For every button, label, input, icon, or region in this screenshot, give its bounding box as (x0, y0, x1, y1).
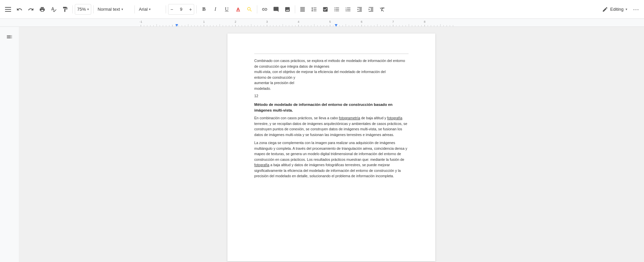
numbered-list-icon (345, 6, 351, 12)
sep1 (72, 5, 73, 13)
line-spacing-button[interactable] (309, 4, 319, 15)
spellcheck-button[interactable] (48, 4, 59, 15)
sep7 (295, 5, 295, 13)
link-fotografia-2: fotografía (254, 163, 269, 167)
redo-button[interactable] (25, 4, 36, 15)
bold-button[interactable]: B (199, 4, 209, 15)
paint-format-button[interactable] (60, 4, 70, 15)
paragraph-style-chevron-icon (121, 7, 123, 11)
image-button[interactable] (282, 4, 293, 15)
italic-button[interactable]: I (210, 4, 221, 15)
increase-indent-button[interactable] (366, 4, 376, 15)
print-button[interactable] (37, 4, 48, 15)
toolbar: 75% Normal text Arial − + B I U A (0, 0, 644, 19)
align-button[interactable] (297, 4, 308, 15)
text-color-icon: A (236, 6, 240, 12)
font-size-control: − + (168, 4, 194, 15)
underline-icon: U (225, 6, 229, 12)
font-size-input[interactable] (175, 7, 187, 12)
highlight-icon (247, 6, 253, 12)
checklist-button[interactable] (320, 4, 331, 15)
link-fotografia-1: fotografía (387, 116, 402, 120)
pencil-icon (602, 6, 608, 12)
checklist-icon (322, 6, 328, 12)
editing-chevron-icon (626, 7, 627, 11)
link-fotogrametria: fotogrametría (339, 116, 360, 120)
sep5 (196, 5, 197, 13)
zoom-dropdown[interactable]: 75% (75, 4, 91, 15)
bullet-list-button[interactable] (331, 4, 342, 15)
bold-icon: B (202, 6, 206, 12)
editing-mode-button[interactable]: Editing (599, 4, 630, 15)
svg-rect-1 (5, 9, 11, 10)
editing-label: Editing (610, 7, 624, 12)
line-spacing-icon (311, 6, 317, 12)
comment-button[interactable] (271, 4, 281, 15)
undo-button[interactable] (14, 4, 25, 15)
clear-format-icon (379, 6, 385, 12)
intro-paragraph: Combinado con casos prácticos, se explor… (254, 58, 409, 91)
comment-icon (273, 6, 279, 12)
image-icon (284, 6, 290, 12)
svg-rect-2 (5, 11, 11, 12)
body-paragraph-1: En combinación con casos prácticos, se l… (254, 115, 409, 137)
clear-format-button[interactable] (377, 4, 388, 15)
increase-indent-icon (368, 6, 374, 12)
outline-icon (6, 34, 13, 40)
sep4 (166, 5, 166, 13)
bullet-list-icon (334, 6, 340, 12)
italic-icon: I (215, 6, 216, 12)
numbered-list-button[interactable] (343, 4, 354, 15)
menu-button[interactable] (3, 4, 13, 15)
text-color-button[interactable]: A (233, 4, 244, 15)
main-area: Combinado con casos prácticos, se explor… (19, 27, 644, 262)
more-options-button[interactable]: ⋯ (631, 4, 641, 15)
paragraph-style-dropdown[interactable]: Normal text (96, 4, 132, 15)
section-heading: Método de modelado de información del en… (254, 102, 409, 113)
font-value: Arial (139, 7, 148, 12)
doc-separator (254, 54, 409, 54)
font-dropdown[interactable]: Arial (137, 4, 164, 15)
sep2 (93, 5, 94, 13)
decrease-indent-button[interactable] (354, 4, 365, 15)
page-number: 12 (254, 93, 409, 99)
left-panel (0, 27, 19, 262)
document-page: Combinado con casos prácticos, se explor… (227, 34, 435, 261)
paragraph-style-value: Normal text (98, 7, 120, 12)
zoom-value: 75% (77, 7, 86, 12)
font-size-increase-button[interactable]: + (187, 4, 194, 15)
font-size-decrease-button[interactable]: − (168, 4, 175, 15)
ruler-canvas (0, 19, 644, 27)
underline-button[interactable]: U (221, 4, 232, 15)
align-icon (300, 6, 306, 12)
font-chevron-icon (149, 7, 151, 11)
highlight-button[interactable] (244, 4, 255, 15)
link-icon (262, 6, 268, 12)
sep6 (257, 5, 257, 13)
svg-rect-0 (5, 7, 11, 8)
sep3 (135, 5, 135, 13)
decrease-indent-icon (357, 6, 363, 12)
outline-toggle-button[interactable] (3, 31, 15, 43)
body-paragraph-2: La zona ciega se complementa con la imag… (254, 140, 409, 179)
ruler (0, 19, 644, 27)
zoom-chevron-icon (87, 7, 89, 11)
link-button[interactable] (259, 4, 270, 15)
